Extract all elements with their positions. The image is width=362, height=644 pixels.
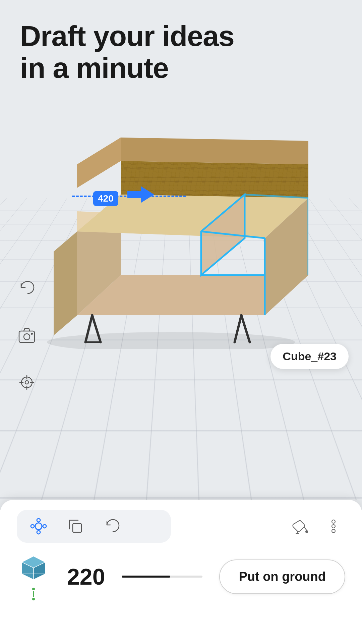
- svg-point-45: [37, 531, 40, 534]
- svg-point-59: [332, 529, 335, 533]
- camera-button[interactable]: [13, 322, 40, 349]
- toolbar-right-group: [288, 515, 345, 538]
- position-indicator: [32, 588, 35, 600]
- svg-point-57: [332, 520, 335, 523]
- svg-point-58: [332, 525, 335, 528]
- arrow-indicator: [127, 186, 154, 206]
- transform-button[interactable]: [27, 515, 50, 538]
- header: Draft your ideas in a minute: [20, 20, 234, 84]
- measurement-label: 420: [93, 191, 118, 206]
- svg-rect-52: [73, 524, 81, 532]
- header-title: Draft your ideas in a minute: [20, 20, 234, 84]
- height-value: 220: [67, 564, 105, 590]
- bottom-action-row: 220 Put on ground: [0, 546, 362, 610]
- svg-line-53: [304, 527, 307, 530]
- svg-point-44: [37, 519, 40, 522]
- undo-toolbar-button[interactable]: [101, 515, 124, 538]
- height-progress-fill: [122, 576, 170, 578]
- svg-marker-10: [54, 231, 77, 335]
- svg-marker-6: [121, 138, 308, 164]
- cube-icon-container: [17, 553, 50, 600]
- svg-rect-34: [19, 331, 35, 342]
- put-on-ground-button[interactable]: Put on ground: [219, 559, 345, 594]
- svg-point-47: [43, 525, 46, 528]
- undo-button[interactable]: [13, 275, 40, 302]
- svg-point-54: [305, 530, 308, 533]
- more-button[interactable]: [322, 515, 345, 538]
- cube-label: Cube_#23: [270, 344, 349, 369]
- height-progress-bar: [122, 576, 202, 578]
- svg-point-36: [31, 333, 33, 335]
- svg-marker-7: [77, 138, 121, 188]
- svg-marker-33: [127, 186, 154, 203]
- bottom-panel: 220 Put on ground: [0, 500, 362, 644]
- toolbar-left-group: [17, 510, 171, 543]
- svg-point-46: [31, 525, 34, 528]
- target-button[interactable]: [13, 369, 40, 396]
- svg-point-0: [47, 332, 295, 349]
- svg-point-43: [35, 523, 42, 530]
- svg-point-38: [25, 381, 28, 384]
- svg-point-35: [24, 334, 30, 340]
- furniture-object[interactable]: [34, 107, 308, 349]
- duplicate-button[interactable]: [64, 515, 87, 538]
- left-toolbar: [13, 275, 40, 396]
- paint-button[interactable]: [288, 515, 312, 538]
- bottom-toolbar: [0, 500, 362, 546]
- cube-3d-icon: [17, 553, 50, 586]
